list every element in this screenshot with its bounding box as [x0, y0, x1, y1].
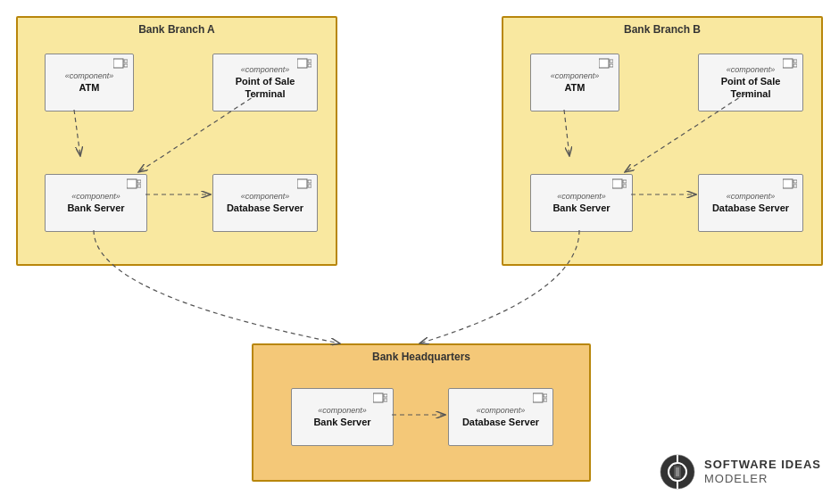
db-b-name: Database Server	[712, 202, 789, 214]
bank-hq-name: Bank Server	[313, 416, 370, 428]
branch-a-label: Bank Branch A	[18, 23, 336, 36]
svg-rect-23	[793, 185, 797, 187]
component-icon-pos-a	[297, 58, 312, 69]
svg-rect-20	[623, 185, 627, 187]
atm-b-box: «component» ATM	[530, 54, 619, 112]
db-hq-box: «component» Database Server	[448, 388, 553, 446]
bank-b-box: «component» Bank Server	[530, 174, 633, 232]
svg-rect-15	[783, 59, 793, 68]
atm-b-name: ATM	[564, 81, 585, 94]
watermark-line1: SOFTWARE IDEAS	[704, 458, 821, 472]
svg-rect-27	[533, 393, 543, 402]
db-a-stereotype: «component»	[241, 192, 290, 202]
bank-b-stereotype: «component»	[557, 192, 606, 202]
svg-rect-1	[124, 60, 128, 62]
component-icon-db-a	[297, 178, 312, 189]
svg-rect-6	[127, 179, 137, 188]
svg-rect-24	[373, 393, 383, 402]
svg-rect-10	[308, 180, 312, 183]
bank-b-name: Bank Server	[552, 202, 610, 214]
pos-a-name: Point of Sale Terminal	[236, 75, 295, 101]
svg-rect-16	[793, 60, 797, 62]
watermark-logo	[660, 454, 695, 490]
bank-hq-box: «component» Bank Server	[291, 388, 394, 446]
svg-rect-29	[544, 399, 547, 401]
svg-rect-4	[308, 60, 312, 62]
svg-rect-14	[610, 64, 613, 67]
branch-a-container: Bank Branch A «component» ATM «component…	[16, 16, 337, 266]
svg-rect-26	[384, 399, 387, 401]
svg-rect-28	[544, 394, 547, 397]
watermark-line2: MODELER	[704, 472, 821, 486]
svg-rect-18	[612, 179, 622, 188]
svg-rect-8	[137, 185, 141, 187]
pos-a-stereotype: «component»	[241, 65, 290, 75]
atm-a-name: ATM	[79, 81, 99, 94]
db-hq-stereotype: «component»	[477, 406, 526, 416]
component-icon-atm-a	[113, 58, 128, 69]
db-b-box: «component» Database Server	[698, 174, 803, 232]
svg-rect-12	[599, 59, 609, 68]
svg-rect-11	[308, 185, 312, 187]
svg-rect-0	[113, 59, 123, 68]
component-icon-atm-b	[599, 58, 613, 69]
pos-b-name: Point of Sale Terminal	[721, 75, 781, 101]
component-icon-db-b	[783, 178, 797, 189]
branch-b-container: Bank Branch B «component» ATM «component…	[502, 16, 823, 266]
component-icon-pos-b	[783, 58, 797, 69]
svg-rect-19	[623, 180, 627, 183]
db-hq-name: Database Server	[462, 416, 539, 428]
component-icon-bank-a	[127, 178, 141, 189]
atm-b-stereotype: «component»	[551, 71, 600, 81]
db-a-name: Database Server	[227, 202, 303, 214]
watermark-text-container: SOFTWARE IDEAS MODELER	[704, 458, 821, 485]
svg-rect-37	[676, 467, 679, 476]
bank-hq-stereotype: «component»	[318, 406, 367, 416]
svg-rect-7	[137, 180, 141, 183]
component-icon-db-hq	[533, 392, 547, 403]
bank-a-name: Bank Server	[67, 202, 124, 214]
component-icon-bank-hq	[373, 392, 387, 403]
watermark: SOFTWARE IDEAS MODELER	[660, 454, 821, 490]
db-b-stereotype: «component»	[727, 192, 776, 202]
bank-a-box: «component» Bank Server	[45, 174, 147, 232]
component-icon-bank-b	[612, 178, 627, 189]
db-a-box: «component» Database Server	[212, 174, 318, 232]
svg-rect-22	[793, 180, 797, 183]
pos-a-box: «component» Point of Sale Terminal	[212, 54, 318, 112]
svg-rect-5	[308, 64, 312, 67]
atm-a-box: «component» ATM	[45, 54, 134, 112]
svg-rect-21	[783, 179, 793, 188]
pos-b-stereotype: «component»	[727, 65, 776, 75]
svg-rect-17	[793, 64, 797, 67]
pos-b-box: «component» Point of Sale Terminal	[698, 54, 803, 112]
bank-a-stereotype: «component»	[71, 192, 120, 202]
hq-container: Bank Headquarters «component» Bank Serve…	[252, 343, 591, 482]
svg-rect-13	[610, 60, 613, 62]
atm-a-stereotype: «component»	[65, 71, 114, 81]
hq-label: Bank Headquarters	[253, 351, 589, 363]
svg-rect-2	[124, 64, 128, 67]
svg-rect-25	[384, 394, 387, 397]
svg-rect-3	[297, 59, 307, 68]
svg-rect-9	[297, 179, 307, 188]
diagram-area: Bank Branch A «component» ATM «component…	[0, 0, 839, 504]
branch-b-label: Bank Branch B	[503, 23, 821, 36]
